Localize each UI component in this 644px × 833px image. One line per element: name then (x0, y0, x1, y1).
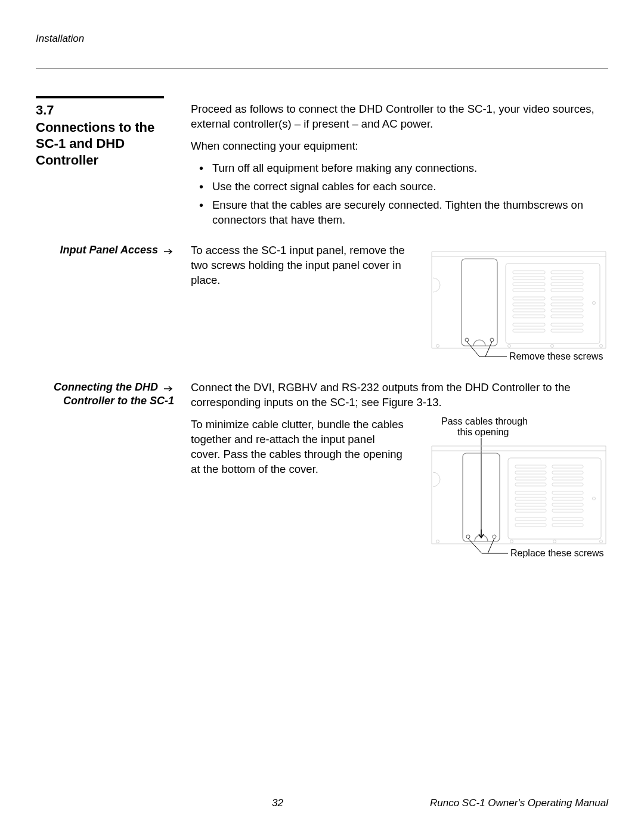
svg-rect-57 (552, 503, 583, 506)
sub-label-line2: Controller to the SC-1 (63, 395, 174, 407)
svg-rect-58 (515, 509, 546, 512)
svg-rect-10 (551, 271, 583, 274)
svg-point-67 (600, 540, 603, 543)
section-content: 3.7 Connections to the SC-1 and DHD Cont… (36, 102, 608, 236)
svg-rect-62 (515, 524, 546, 527)
svg-rect-16 (551, 289, 583, 292)
doc-title: Runco SC-1 Owner's Operating Manual (430, 797, 608, 809)
callout-top-line1: Pass cables through (441, 417, 528, 426)
sub-body: Connect the DVI, RGBHV and RS-232 output… (178, 380, 608, 572)
sub-body: To access the SC-1 input panel, remove t… (178, 243, 608, 368)
svg-rect-60 (515, 518, 546, 521)
svg-rect-21 (513, 309, 545, 312)
svg-point-64 (436, 540, 439, 543)
svg-rect-18 (551, 297, 583, 300)
svg-rect-27 (513, 329, 545, 332)
svg-rect-43 (508, 458, 601, 539)
svg-rect-23 (513, 315, 545, 318)
pointer-arrow-icon (163, 385, 174, 392)
sub-text: To access the SC-1 input panel, remove t… (191, 243, 419, 368)
section-body-col: Proceed as follows to connect the DHD Co… (178, 102, 608, 236)
svg-rect-25 (513, 323, 545, 326)
page-number: 32 (125, 797, 430, 809)
svg-rect-24 (551, 315, 583, 318)
svg-point-41 (466, 535, 470, 538)
svg-rect-9 (513, 271, 545, 274)
section-heading-col: 3.7 Connections to the SC-1 and DHD Cont… (36, 102, 178, 174)
svg-rect-50 (515, 483, 546, 486)
svg-rect-44 (515, 465, 546, 468)
sub-label-line1: Connecting the DHD (54, 381, 158, 393)
svg-rect-45 (552, 465, 583, 468)
svg-rect-61 (552, 518, 583, 521)
svg-point-32 (600, 344, 603, 347)
svg-point-66 (553, 540, 556, 543)
svg-point-29 (436, 344, 439, 347)
svg-point-31 (551, 344, 554, 347)
bullet-item: Ensure that the cables are securely conn… (203, 198, 608, 228)
callout-top-line2: this opening (457, 427, 509, 437)
svg-rect-13 (513, 283, 545, 286)
svg-rect-20 (551, 303, 583, 306)
svg-rect-52 (515, 491, 546, 494)
svg-rect-54 (515, 497, 546, 500)
svg-rect-63 (552, 524, 583, 527)
svg-rect-19 (513, 303, 545, 306)
svg-point-7 (490, 338, 494, 342)
figure-input-panel: Remove these screws (429, 243, 608, 368)
chapter-header: Installation (36, 33, 608, 45)
svg-rect-28 (551, 329, 583, 332)
pointer-arrow-icon (163, 248, 174, 255)
intro-para-2: When connecting your equipment: (191, 139, 608, 154)
callout-text: Remove these screws (509, 351, 603, 361)
bullet-item: Turn off all equipment before making any… (203, 161, 608, 176)
svg-rect-11 (513, 277, 545, 280)
bullet-item: Use the correct signal cables for each s… (203, 179, 608, 194)
svg-rect-55 (552, 497, 583, 500)
svg-rect-53 (552, 491, 583, 494)
subsection-input-panel-access: Input Panel Access To access the SC-1 in… (36, 243, 608, 368)
svg-rect-8 (506, 264, 600, 343)
sub-label-text: Input Panel Access (60, 244, 158, 256)
callout-bottom: Replace these screws (510, 548, 604, 558)
subsection-connecting-dhd: Connecting the DHD Controller to the SC-… (36, 380, 608, 572)
section-title: Connections to the SC-1 and DHD Controll… (36, 119, 178, 169)
bullet-list: Turn off all equipment before making any… (191, 161, 608, 228)
svg-point-42 (493, 535, 496, 538)
svg-rect-14 (551, 283, 583, 286)
svg-rect-22 (551, 309, 583, 312)
section-number: 3.7 (36, 102, 178, 119)
svg-rect-17 (513, 297, 545, 300)
svg-rect-26 (551, 323, 583, 326)
svg-point-33 (593, 301, 596, 304)
svg-point-6 (465, 338, 469, 342)
svg-rect-56 (515, 503, 546, 506)
svg-rect-59 (552, 509, 583, 512)
svg-point-30 (508, 344, 511, 347)
svg-rect-48 (515, 477, 546, 480)
svg-rect-47 (552, 471, 583, 474)
sub2-para2: To minimize cable clutter, bundle the ca… (191, 417, 407, 572)
section-rule (36, 96, 164, 98)
sub2-para1: Connect the DVI, RGBHV and RS-232 output… (191, 380, 608, 410)
svg-rect-5 (462, 259, 497, 346)
figure-cable-opening: Pass cables through this opening (417, 417, 608, 572)
svg-rect-49 (552, 477, 583, 480)
page-footer: 32 Runco SC-1 Owner's Operating Manual (36, 797, 608, 809)
svg-rect-15 (513, 289, 545, 292)
header-rule (36, 69, 608, 69)
svg-rect-12 (551, 277, 583, 280)
intro-para-1: Proceed as follows to connect the DHD Co… (191, 102, 608, 132)
sub-label: Input Panel Access (36, 243, 178, 257)
svg-rect-46 (515, 471, 546, 474)
svg-rect-51 (552, 483, 583, 486)
sub-label: Connecting the DHD Controller to the SC-… (36, 380, 178, 408)
svg-point-65 (510, 540, 513, 543)
svg-point-68 (593, 497, 596, 500)
